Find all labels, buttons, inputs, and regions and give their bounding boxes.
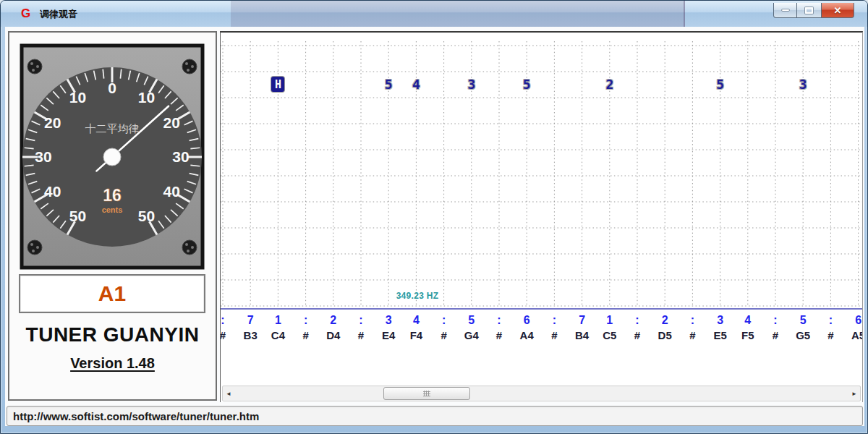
harmonic-marker: 4 [409, 76, 423, 93]
gauge-svg: 010102020303040405050十二平均律16cents [19, 43, 205, 271]
scale-degree-label: : [485, 312, 514, 328]
note-name-label: C4 [263, 328, 292, 343]
scale-degree-label: 1 [595, 312, 624, 328]
scale-degree-label: 3 [706, 312, 735, 328]
scroll-left-arrow[interactable]: ◄ [223, 386, 234, 401]
note-name-label: F5 [733, 328, 762, 343]
svg-text:20: 20 [163, 114, 180, 131]
scale-degree-label: : [623, 312, 652, 328]
scale-degree-label: 1 [263, 312, 292, 328]
note-column: :# [761, 312, 790, 343]
note-column: 3E5 [706, 312, 735, 343]
close-icon: ✕ [834, 5, 842, 16]
note-name-label: # [678, 328, 707, 343]
window-controls: ✕ [773, 3, 854, 18]
scale-degree-label: 5 [457, 312, 486, 328]
scale-degree-label: : [292, 312, 320, 328]
maximize-button[interactable] [797, 3, 821, 18]
note-name-label: # [816, 328, 845, 343]
harmonic-marker: H [271, 77, 284, 92]
note-column: 1C4 [263, 312, 292, 343]
window-title: 调律观音 [40, 8, 77, 21]
harmonic-marker: 5 [713, 76, 728, 93]
harmonic-marker: 3 [464, 76, 479, 93]
status-bar: http://www.softist.com/software/tuner/tu… [7, 406, 863, 426]
scale-degree-label: : [346, 312, 375, 328]
note-column: 1C5 [595, 312, 624, 343]
tuner-panel: 010102020303040405050十二平均律16cents A1 TUN… [8, 31, 217, 401]
note-column: :# [623, 312, 652, 343]
note-column: 3E4 [374, 312, 403, 343]
note-column: 6A5 [844, 312, 863, 343]
note-column: :# [430, 312, 459, 343]
spectrum-grid [221, 35, 863, 309]
svg-text:20: 20 [44, 114, 61, 131]
note-name-label: # [292, 328, 320, 343]
svg-text:cents: cents [102, 205, 123, 214]
scale-degree-label: : [220, 312, 237, 328]
note-name-label: # [485, 328, 514, 343]
note-name-label: # [430, 328, 459, 343]
note-column: 2D5 [650, 312, 679, 343]
note-name-label: # [540, 328, 569, 343]
note-name-label: # [346, 328, 375, 343]
version-link[interactable]: Version 1.48 [9, 355, 216, 372]
titlebar-glass-shade [231, 1, 685, 27]
title-bar[interactable]: G 调律观音 ✕ [1, 1, 867, 27]
note-column: :# [220, 312, 237, 343]
note-column: :# [485, 312, 514, 343]
harmonic-marker: 3 [796, 76, 810, 93]
note-name-label: # [761, 328, 790, 343]
minimize-button[interactable] [773, 3, 797, 18]
harmonic-marker: 5 [381, 76, 396, 93]
scale-degree-label: 2 [650, 312, 679, 328]
note-column: 7B4 [568, 312, 597, 343]
app-icon: G [21, 7, 30, 21]
svg-text:30: 30 [172, 148, 189, 165]
scale-degree-label: 7 [236, 312, 265, 328]
note-name-label: A5 [844, 328, 863, 343]
note-name-label: E5 [706, 328, 735, 343]
note-name-label: G4 [457, 328, 486, 343]
note-name-label: # [220, 328, 237, 343]
scale-degree-label: 7 [568, 312, 597, 328]
scale-degree-label: : [761, 312, 790, 328]
note-column: 5G4 [457, 312, 486, 343]
note-column: :# [816, 312, 845, 343]
app-window: G 调律观音 ✕ [0, 0, 868, 434]
note-name-label: F4 [401, 328, 430, 343]
note-column: 4F5 [733, 312, 762, 343]
svg-text:40: 40 [163, 183, 180, 200]
maximize-icon [805, 7, 813, 14]
scale-degree-label: : [540, 312, 569, 328]
svg-text:30: 30 [35, 148, 51, 165]
svg-text:十二平均律: 十二平均律 [85, 122, 140, 135]
note-name-label: # [623, 328, 652, 343]
scale-degree-label: : [816, 312, 845, 328]
keyboard-divider [221, 308, 862, 310]
cents-gauge: 010102020303040405050十二平均律16cents [19, 43, 205, 271]
note-column: 2D4 [319, 312, 348, 343]
svg-text:40: 40 [44, 183, 61, 200]
note-name-label: B4 [568, 328, 597, 343]
note-column: :# [292, 312, 320, 343]
scale-degree-label: 4 [733, 312, 762, 328]
scale-degree-label: : [678, 312, 707, 328]
note-column: 4F4 [401, 312, 430, 343]
scrollbar-grip-icon [423, 391, 430, 396]
scroll-right-arrow[interactable]: ► [848, 386, 860, 401]
svg-text:0: 0 [108, 80, 116, 96]
svg-text:50: 50 [138, 208, 155, 224]
note-column: :# [346, 312, 375, 343]
scale-degree-label: 2 [319, 312, 348, 328]
note-name-label: B3 [236, 328, 265, 343]
horizontal-scrollbar[interactable]: ◄ ► [222, 386, 861, 401]
note-name-label: C5 [595, 328, 624, 343]
minimize-icon [781, 9, 790, 12]
scale-degree-label: : [430, 312, 459, 328]
scale-degree-label: 4 [401, 312, 430, 328]
close-button[interactable]: ✕ [821, 3, 854, 18]
scrollbar-thumb[interactable] [383, 387, 470, 400]
note-name-label: D5 [650, 328, 679, 343]
svg-text:16: 16 [103, 186, 122, 205]
